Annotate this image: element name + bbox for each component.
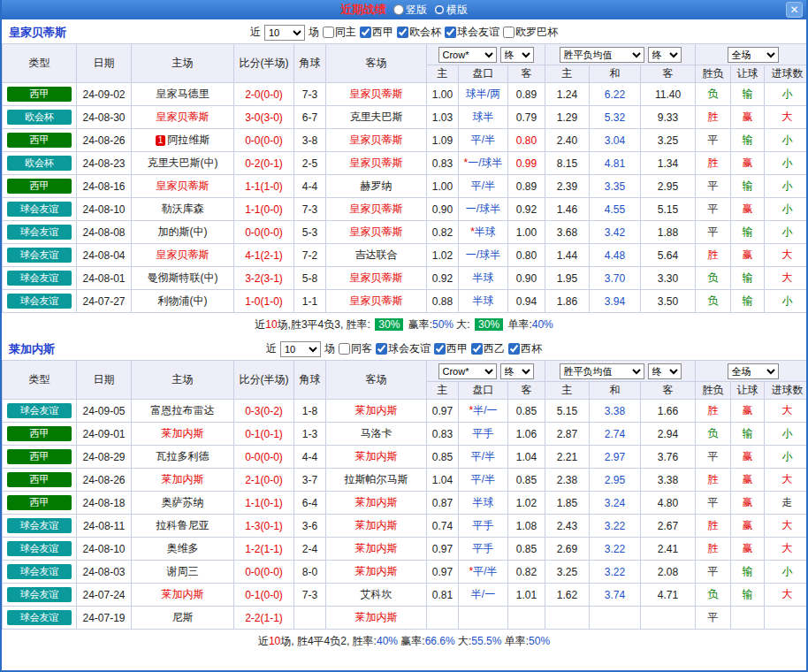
- handicap-result-cell: 输: [731, 584, 765, 607]
- filter-option[interactable]: 西乙: [471, 341, 505, 356]
- filter-option[interactable]: 西杯: [508, 341, 542, 356]
- avg-draw-cell: 4.81: [590, 152, 641, 175]
- avg-away-cell: 2.94: [641, 423, 696, 446]
- radio-horizontal-input[interactable]: [434, 4, 445, 15]
- corners-cell: [294, 607, 326, 630]
- filter-checkbox[interactable]: [434, 343, 446, 355]
- away-team-name: 吉达联合: [355, 248, 398, 261]
- filters-bar: 近10场同客球会友谊西甲西乙西杯: [266, 341, 542, 357]
- filter-checkbox[interactable]: [323, 27, 334, 38]
- layout-radio-vertical[interactable]: 竖版: [393, 3, 427, 18]
- date-cell: 24-08-10: [77, 538, 132, 561]
- final-select[interactable]: 终: [648, 363, 682, 379]
- avg-home-cell: 2.43: [545, 515, 590, 538]
- table-row: 球会友谊24-07-24莱加内斯0-1(0-0)7-3艾科坎0.81半/一1.0…: [3, 584, 808, 607]
- radio-vertical-input[interactable]: [393, 4, 404, 15]
- away-team-name: 拉斯帕尔马斯: [345, 473, 408, 485]
- league-cell: 西甲: [3, 469, 77, 492]
- filter-checkbox[interactable]: [397, 27, 408, 38]
- league-cell: 球会友谊: [3, 584, 77, 607]
- home-team-cell: 尼斯: [132, 607, 234, 630]
- odds-source-select[interactable]: Crow*: [438, 47, 497, 63]
- date-cell: 24-09-05: [77, 400, 132, 423]
- away-team-cell: 皇家贝蒂斯: [326, 152, 427, 175]
- avg-draw-cell: 2.95: [590, 469, 641, 492]
- filter-option[interactable]: 球会友谊: [376, 341, 431, 356]
- score-cell: 3-2(3-1): [234, 267, 294, 290]
- avg-home-cell: 1.86: [545, 290, 590, 313]
- filter-option[interactable]: 西甲: [360, 25, 393, 40]
- handicap-cell: 球半: [459, 106, 508, 129]
- odds-source-select[interactable]: Crow*: [438, 363, 497, 379]
- date-cell: 24-08-03: [77, 561, 132, 584]
- away-team-cell: 莱加内斯: [326, 400, 427, 423]
- filter-checkbox[interactable]: [503, 27, 515, 38]
- handicap-cell: 平/半: [459, 175, 508, 198]
- scope-select[interactable]: 全场: [728, 47, 779, 63]
- table-row: 欧会杯24-08-30皇家贝蒂斯3-0(3-0)6-7克里夫巴斯1.03球半0.…: [3, 106, 808, 129]
- filter-checkbox[interactable]: [376, 343, 387, 355]
- filter-option[interactable]: 同客: [339, 341, 372, 356]
- avg-draw-cell: 6.22: [590, 83, 641, 106]
- avg-away-cell: 1.34: [641, 152, 696, 175]
- table-row: 西甲24-08-261阿拉维斯0-0(0-0)3-8皇家贝蒂斯1.09平/半0.…: [3, 129, 808, 152]
- fulltime-group-header: 全场: [696, 361, 808, 382]
- recent-results-popup: 近期战绩 竖版 横版 ✕ 皇家贝蒂斯近10场同主西甲欧会杯球会友谊欧罗巴杯类型日…: [0, 0, 808, 672]
- league-badge: 西甲: [7, 133, 72, 148]
- match-count-select[interactable]: 10: [264, 25, 305, 41]
- filter-checkbox[interactable]: [508, 343, 520, 355]
- filter-option[interactable]: 欧罗巴杯: [503, 25, 558, 40]
- home-team-cell: 皇家马德里: [132, 83, 234, 106]
- filter-checkbox[interactable]: [339, 343, 350, 355]
- home-team-cell: 皇家贝蒂斯: [132, 244, 234, 267]
- league-cell: 球会友谊: [3, 290, 77, 313]
- away-team-name: 莱加内斯: [355, 450, 398, 462]
- league-cell: 欧会杯: [3, 106, 77, 129]
- avg-home-cell: 1.95: [545, 267, 590, 290]
- away-odds-cell: 0.90: [508, 267, 545, 290]
- score-cell: 1-2(1-1): [234, 538, 294, 561]
- away-team-name: 马洛卡: [361, 427, 393, 439]
- filter-option[interactable]: 西甲: [434, 341, 468, 356]
- score-cell: 2-0(0-0): [234, 83, 294, 106]
- league-badge: 球会友谊: [7, 541, 72, 556]
- league-cell: 球会友谊: [3, 515, 77, 538]
- table-row: 球会友谊24-08-11拉科鲁尼亚1-3(0-1)3-6莱加内斯0.74平手1.…: [3, 515, 808, 538]
- home-team-cell: 奥维多: [132, 538, 234, 561]
- scope-select[interactable]: 全场: [728, 363, 779, 379]
- avg-select[interactable]: 胜平负均值: [560, 363, 644, 379]
- final-select[interactable]: 终: [500, 363, 534, 379]
- result-cell: 平: [696, 446, 731, 469]
- goals-result-cell: 大: [765, 538, 808, 561]
- away-team-cell: 皇家贝蒂斯: [326, 198, 427, 221]
- column-header: 比分(半场): [234, 44, 294, 83]
- home-odds-cell: 0.83: [427, 423, 459, 446]
- filter-option[interactable]: 同主: [323, 25, 356, 40]
- date-cell: 24-08-08: [77, 221, 132, 244]
- filter-checkbox[interactable]: [445, 27, 456, 38]
- close-icon[interactable]: ✕: [786, 2, 803, 18]
- match-count-select[interactable]: 10: [280, 341, 321, 357]
- filter-checkbox[interactable]: [360, 27, 371, 38]
- avg-draw-cell: 3.22: [590, 515, 641, 538]
- avg-select[interactable]: 胜平负均值: [560, 47, 644, 63]
- date-cell: 24-07-27: [77, 290, 132, 313]
- home-team-name: 瓦拉多利德: [156, 450, 210, 462]
- final-select[interactable]: 终: [648, 47, 682, 63]
- table-row: 西甲24-08-18奥萨苏纳1-1(0-1)6-4莱加内斯0.87半球1.021…: [3, 492, 808, 515]
- away-odds-cell: [508, 607, 545, 630]
- avg-draw-cell: 4.48: [590, 244, 641, 267]
- handicap-value: 半/一: [473, 404, 497, 416]
- layout-radio-horizontal[interactable]: 横版: [434, 3, 468, 18]
- goals-result-cell: 走: [765, 492, 808, 515]
- final-select[interactable]: 终: [500, 47, 534, 63]
- avg-away-cell: 2.95: [641, 175, 696, 198]
- filter-option[interactable]: 球会友谊: [445, 25, 499, 40]
- handicap-value: 平手: [473, 542, 494, 554]
- filter-option[interactable]: 欧会杯: [397, 25, 441, 40]
- home-team-cell: 莱加内斯: [132, 584, 234, 607]
- league-cell: 西甲: [3, 175, 77, 198]
- filter-checkbox[interactable]: [471, 343, 483, 355]
- result-cell: 负: [696, 267, 731, 290]
- home-odds-cell: 0.97: [427, 538, 459, 561]
